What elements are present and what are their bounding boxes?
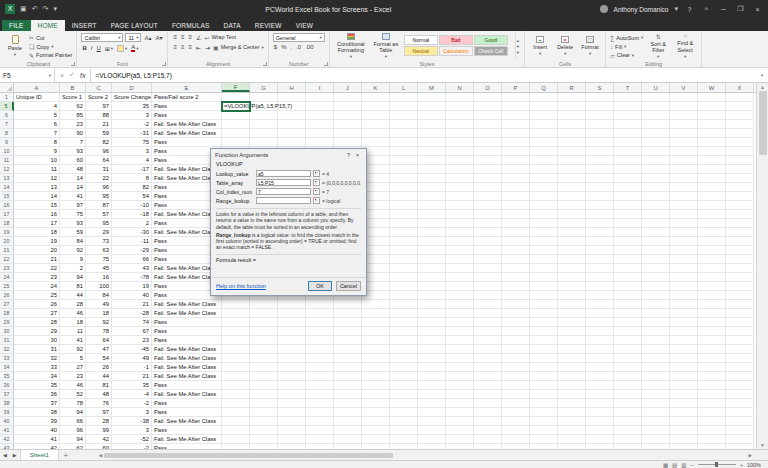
column-header-I[interactable]: I [306, 83, 334, 92]
cell-H6[interactable] [278, 111, 306, 120]
cell-I36[interactable] [306, 381, 334, 390]
cell-K43[interactable] [362, 444, 390, 449]
cell-O12[interactable] [474, 165, 502, 174]
cell-W32[interactable] [698, 345, 726, 354]
cell-X34[interactable] [726, 363, 754, 372]
cell-O32[interactable] [474, 345, 502, 354]
cell-O38[interactable] [474, 399, 502, 408]
cell-L12[interactable] [390, 165, 418, 174]
cell-Q26[interactable] [530, 291, 558, 300]
cell-I9[interactable] [306, 138, 334, 147]
cell-H40[interactable] [278, 417, 306, 426]
cell-V8[interactable] [670, 129, 698, 138]
cell-Q24[interactable] [530, 273, 558, 282]
cell-H32[interactable] [278, 345, 306, 354]
cell-G37[interactable] [250, 390, 278, 399]
cell-B42[interactable]: 94 [60, 435, 86, 444]
cell-M20[interactable] [418, 237, 446, 246]
italic-button[interactable]: I [90, 45, 94, 51]
cell-M40[interactable] [418, 417, 446, 426]
cell-P15[interactable] [502, 192, 530, 201]
cell-G27[interactable] [250, 300, 278, 309]
column-header-S[interactable]: S [586, 83, 614, 92]
row-header-40[interactable]: 40 [0, 417, 14, 426]
cell-F38[interactable] [222, 399, 250, 408]
cell-R24[interactable] [558, 273, 586, 282]
cell-J38[interactable] [334, 399, 362, 408]
cell-L10[interactable] [390, 147, 418, 156]
cell-Q34[interactable] [530, 363, 558, 372]
cell-X15[interactable] [726, 192, 754, 201]
cell-F30[interactable] [222, 327, 250, 336]
cell-Q41[interactable] [530, 426, 558, 435]
cell-U35[interactable] [642, 372, 670, 381]
cell-F27[interactable] [222, 300, 250, 309]
cell-T21[interactable] [614, 246, 642, 255]
cell-C42[interactable]: 42 [86, 435, 112, 444]
cell-D5[interactable]: 35 [112, 102, 152, 111]
cell-O36[interactable] [474, 381, 502, 390]
cell-C21[interactable]: 63 [86, 246, 112, 255]
cell-A21[interactable]: 20 [14, 246, 60, 255]
cell-U21[interactable] [642, 246, 670, 255]
cell-V13[interactable] [670, 174, 698, 183]
cell-O22[interactable] [474, 255, 502, 264]
cell-Q40[interactable] [530, 417, 558, 426]
cell-G29[interactable] [250, 318, 278, 327]
cell-J31[interactable] [334, 336, 362, 345]
cell-M36[interactable] [418, 381, 446, 390]
cell-O30[interactable] [474, 327, 502, 336]
row-header-24[interactable]: 24 [0, 273, 14, 282]
cell-T10[interactable] [614, 147, 642, 156]
decrease-font-size-button[interactable]: A▾ [154, 34, 163, 41]
cell-W21[interactable] [698, 246, 726, 255]
clipboard-dialog-launcher-icon[interactable] [71, 62, 75, 66]
cell-B26[interactable]: 44 [60, 291, 86, 300]
cell-U6[interactable] [642, 111, 670, 120]
cell-D33[interactable]: 49 [112, 354, 152, 363]
cell-D6[interactable]: 3 [112, 111, 152, 120]
cell-H34[interactable] [278, 363, 306, 372]
cell-M6[interactable] [418, 111, 446, 120]
cell-M39[interactable] [418, 408, 446, 417]
cell-R18[interactable] [558, 219, 586, 228]
cell-V12[interactable] [670, 165, 698, 174]
cell-A14[interactable]: 13 [14, 183, 60, 192]
row-header-22[interactable]: 22 [0, 255, 14, 264]
cell-N21[interactable] [446, 246, 474, 255]
cell-N28[interactable] [446, 309, 474, 318]
cell-B11[interactable]: 60 [60, 156, 86, 165]
cell-T18[interactable] [614, 219, 642, 228]
cell-I1[interactable] [306, 93, 334, 102]
cell-T6[interactable] [614, 111, 642, 120]
cell-I34[interactable] [306, 363, 334, 372]
cell-P35[interactable] [502, 372, 530, 381]
bold-button[interactable]: B [81, 45, 87, 51]
cell-N15[interactable] [446, 192, 474, 201]
cell-Q9[interactable] [530, 138, 558, 147]
cell-F1[interactable] [222, 93, 250, 102]
cell-T34[interactable] [614, 363, 642, 372]
cell-T11[interactable] [614, 156, 642, 165]
row-header-9[interactable]: 9 [0, 138, 14, 147]
cell-A17[interactable]: 16 [14, 210, 60, 219]
cell-X29[interactable] [726, 318, 754, 327]
cell-P32[interactable] [502, 345, 530, 354]
cell-C10[interactable]: 96 [86, 147, 112, 156]
cell-V30[interactable] [670, 327, 698, 336]
cell-O27[interactable] [474, 300, 502, 309]
cell-X8[interactable] [726, 129, 754, 138]
cell-A30[interactable]: 29 [14, 327, 60, 336]
cell-H31[interactable] [278, 336, 306, 345]
cell-S15[interactable] [586, 192, 614, 201]
column-header-D[interactable]: D [112, 83, 152, 92]
cell-D1[interactable]: Score Change [112, 93, 152, 102]
cell-N35[interactable] [446, 372, 474, 381]
cell-N42[interactable] [446, 435, 474, 444]
percent-style-button[interactable]: % [280, 44, 287, 50]
cell-H27[interactable] [278, 300, 306, 309]
cell-S22[interactable] [586, 255, 614, 264]
cell-T38[interactable] [614, 399, 642, 408]
cell-M1[interactable] [418, 93, 446, 102]
cell-S23[interactable] [586, 264, 614, 273]
